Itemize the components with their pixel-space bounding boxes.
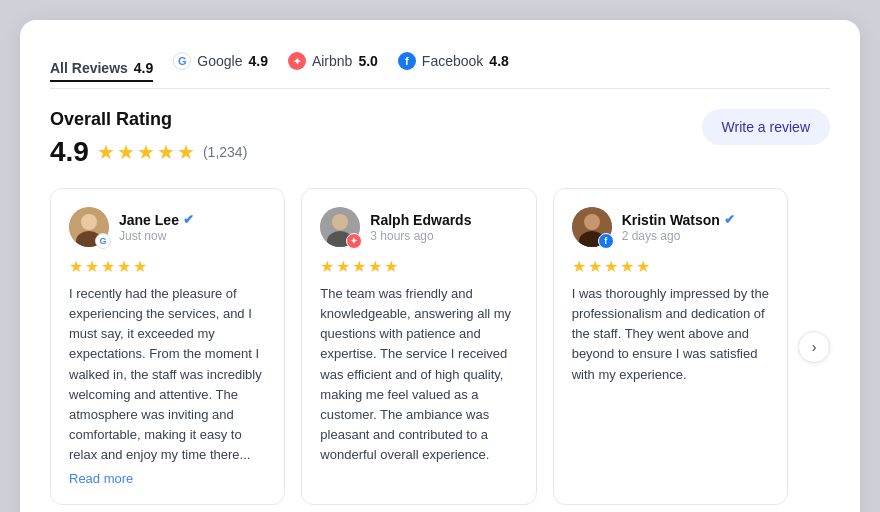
review-count: (1,234) — [203, 144, 247, 160]
review-text-jane: I recently had the pleasure of experienc… — [69, 284, 266, 465]
review-text-kristin: I was thoroughly impressed by the profes… — [572, 284, 769, 385]
review-time-kristin: 2 days ago — [622, 229, 769, 243]
verified-icon-jane: ✔ — [183, 212, 194, 227]
card-stars-ralph: ★ ★ ★ ★ ★ — [320, 257, 517, 276]
review-cards: G Jane Lee ✔ Just now ★ ★ ★ ★ ★ — [50, 188, 788, 505]
review-card-kristin: f Kristin Watson ✔ 2 days ago ★ ★ ★ ★ — [553, 188, 788, 505]
review-card-jane: G Jane Lee ✔ Just now ★ ★ ★ ★ ★ — [50, 188, 285, 505]
overall-stars: ★ ★ ★ ★ ★ — [97, 140, 195, 164]
avatar-container-jane: G — [69, 207, 109, 247]
svg-point-7 — [584, 214, 600, 230]
tab-facebook-rating: 4.8 — [489, 53, 508, 69]
card-stars-kristin: ★ ★ ★ ★ ★ — [572, 257, 769, 276]
review-time-ralph: 3 hours ago — [370, 229, 517, 243]
tab-airbnb-label: Airbnb — [312, 53, 352, 69]
source-badge-ralph: ✦ — [346, 233, 362, 249]
star-5: ★ — [177, 140, 195, 164]
source-badge-kristin: f — [598, 233, 614, 249]
tab-facebook[interactable]: f Facebook 4.8 — [398, 48, 509, 74]
avatar-container-ralph: ✦ — [320, 207, 360, 247]
overall-section: Overall Rating 4.9 ★ ★ ★ ★ ★ (1,234) Wri… — [50, 109, 830, 168]
overall-rating-value: 4.9 — [50, 136, 89, 168]
avatar-container-kristin: f — [572, 207, 612, 247]
review-card-ralph: ✦ Ralph Edwards 3 hours ago ★ ★ ★ ★ ★ — [301, 188, 536, 505]
write-review-button[interactable]: Write a review — [702, 109, 830, 145]
card-header-jane: G Jane Lee ✔ Just now — [69, 207, 266, 247]
verified-icon-kristin: ✔ — [724, 212, 735, 227]
facebook-icon: f — [398, 52, 416, 70]
reviews-widget: All Reviews 4.9 G Google 4.9 ✦ Airbnb 5.… — [20, 20, 860, 512]
star-2: ★ — [117, 140, 135, 164]
tab-all[interactable]: All Reviews 4.9 — [50, 56, 153, 82]
star-3: ★ — [137, 140, 155, 164]
reviewer-name-jane: Jane Lee ✔ — [119, 212, 266, 228]
reviewer-name-kristin: Kristin Watson ✔ — [622, 212, 769, 228]
card-header-ralph: ✦ Ralph Edwards 3 hours ago — [320, 207, 517, 247]
review-text-ralph: The team was friendly and knowledgeable,… — [320, 284, 517, 465]
reviewer-info-kristin: Kristin Watson ✔ 2 days ago — [622, 212, 769, 243]
tab-google-label: Google — [197, 53, 242, 69]
airbnb-icon: ✦ — [288, 52, 306, 70]
card-header-kristin: f Kristin Watson ✔ 2 days ago — [572, 207, 769, 247]
svg-point-1 — [81, 214, 97, 230]
reviewer-info-jane: Jane Lee ✔ Just now — [119, 212, 266, 243]
tab-facebook-label: Facebook — [422, 53, 483, 69]
tab-airbnb[interactable]: ✦ Airbnb 5.0 — [288, 48, 378, 74]
review-time-jane: Just now — [119, 229, 266, 243]
tab-all-rating: 4.9 — [134, 60, 153, 76]
source-badge-jane: G — [95, 233, 111, 249]
tabs-bar: All Reviews 4.9 G Google 4.9 ✦ Airbnb 5.… — [50, 48, 830, 89]
cards-wrapper: G Jane Lee ✔ Just now ★ ★ ★ ★ ★ — [50, 188, 830, 505]
overall-title: Overall Rating — [50, 109, 247, 130]
tab-google[interactable]: G Google 4.9 — [173, 48, 268, 74]
read-more-jane[interactable]: Read more — [69, 471, 266, 486]
tab-google-rating: 4.9 — [248, 53, 267, 69]
reviewer-name-ralph: Ralph Edwards — [370, 212, 517, 228]
google-icon: G — [173, 52, 191, 70]
tab-airbnb-rating: 5.0 — [358, 53, 377, 69]
svg-point-4 — [332, 214, 348, 230]
card-stars-jane: ★ ★ ★ ★ ★ — [69, 257, 266, 276]
reviewer-info-ralph: Ralph Edwards 3 hours ago — [370, 212, 517, 243]
star-4: ★ — [157, 140, 175, 164]
star-1: ★ — [97, 140, 115, 164]
rating-row: 4.9 ★ ★ ★ ★ ★ (1,234) — [50, 136, 247, 168]
next-button[interactable]: › — [798, 331, 830, 363]
overall-left: Overall Rating 4.9 ★ ★ ★ ★ ★ (1,234) — [50, 109, 247, 168]
tab-all-label: All Reviews — [50, 60, 128, 76]
